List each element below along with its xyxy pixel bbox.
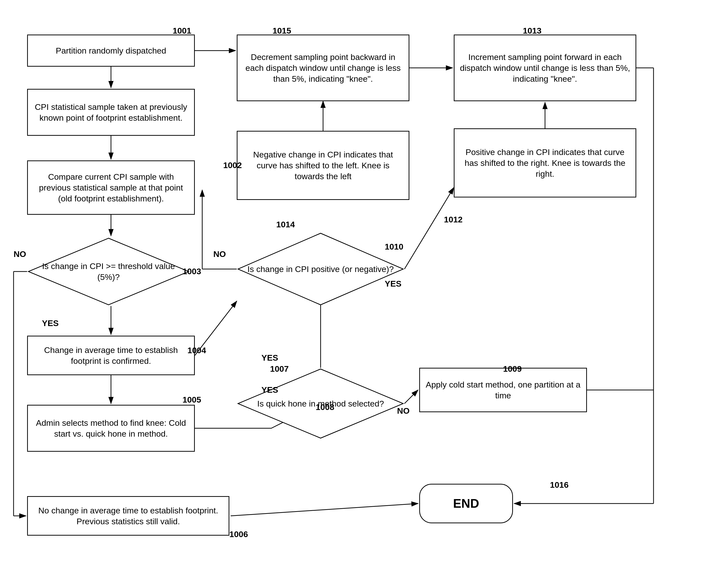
start-box: Partition randomly dispatched (27, 35, 195, 67)
increment-sampling-box: Increment sampling point forward in each… (454, 35, 636, 101)
cpi-sample-box: CPI statistical sample taken at previous… (27, 89, 195, 136)
negative-change-box: Negative change in CPI indicates that cu… (237, 131, 409, 200)
positive-change-box: Positive change in CPI indicates that cu… (454, 128, 636, 197)
ref-1015: 1015 (273, 26, 291, 36)
svg-line-20 (404, 390, 418, 404)
ref-1012: 1012 (444, 215, 463, 224)
ref-1009: 1009 (503, 364, 522, 374)
end-box: END (419, 484, 513, 523)
apply-cold-start-box: Apply cold start method, one partition a… (419, 368, 587, 412)
no-change-box: No change in average time to establish f… (27, 496, 229, 536)
quick-hone-diamond: Is quick hone in method selected? (237, 368, 404, 439)
no-label-1: NO (14, 249, 26, 259)
ref-1005: 1005 (182, 395, 201, 405)
no-label-2: NO (213, 249, 226, 259)
admin-selects-box: Admin selects method to find knee: Cold … (27, 405, 195, 452)
ref-1001: 1001 (173, 26, 191, 36)
ref-1006: 1006 (229, 529, 248, 539)
flowchart-diagram: Partition randomly dispatched CPI statis… (0, 0, 728, 564)
ref-1014: 1014 (276, 220, 295, 229)
ref-1016: 1016 (550, 480, 569, 490)
ref-1013: 1013 (523, 26, 542, 36)
change-confirmed-box: Change in average time to establish foot… (27, 336, 195, 375)
yes-label-1: YES (42, 319, 59, 328)
svg-line-21 (231, 504, 418, 516)
cpi-positive-diamond: Is change in CPI positive (or negative)? (237, 232, 404, 306)
ref-1004: 1004 (187, 346, 206, 355)
cpi-threshold-diamond: Is change in CPI >= threshold value (5%)… (27, 237, 190, 306)
yes-label-2: YES (261, 353, 278, 363)
decrement-sampling-box: Decrement sampling point backward in eac… (237, 35, 409, 101)
svg-line-13 (404, 187, 454, 269)
ref-1002: 1002 (223, 160, 242, 170)
compare-cpi-box: Compare current CPI sample with previous… (27, 160, 195, 215)
